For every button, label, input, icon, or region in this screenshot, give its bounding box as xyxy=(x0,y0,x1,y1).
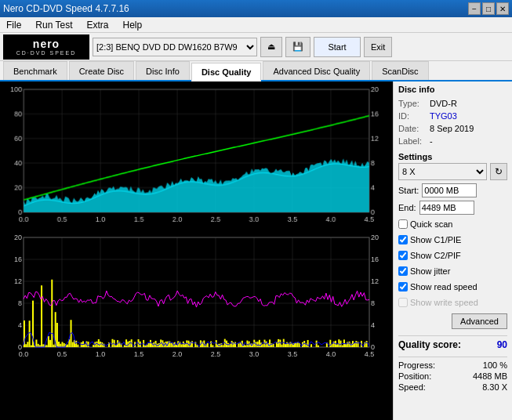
top-chart xyxy=(2,83,391,230)
show-c1pie-label: Show C1/PIE xyxy=(410,235,461,244)
tab-advanced-disc-quality[interactable]: Advanced Disc Quality xyxy=(263,61,370,80)
quality-score-label: Quality score: xyxy=(398,339,461,350)
tab-benchmark[interactable]: Benchmark xyxy=(3,61,67,80)
position-row: Position: 4488 MB xyxy=(398,371,507,381)
speed-selector[interactable]: 8 X 4 X 2 X 1 X xyxy=(398,163,487,180)
quick-scan-checkbox[interactable] xyxy=(398,219,408,229)
menu-help[interactable]: Help xyxy=(120,18,146,32)
save-button[interactable]: 💾 xyxy=(285,37,310,57)
minimize-button[interactable]: − xyxy=(468,2,481,15)
id-value: TYG03 xyxy=(430,111,457,121)
menu-bar: File Run Test Extra Help xyxy=(0,17,512,33)
type-label: Type: xyxy=(398,99,427,108)
tabs-bar: Benchmark Create Disc Disc Info Disc Qua… xyxy=(0,61,512,81)
menu-run-test[interactable]: Run Test xyxy=(32,18,75,32)
start-mb-row: Start: xyxy=(398,183,507,197)
chart-panel xyxy=(0,81,393,420)
speed-row-progress: Speed: 8.30 X xyxy=(398,382,507,392)
bottom-chart xyxy=(2,231,391,364)
close-button[interactable]: ✕ xyxy=(496,2,509,15)
progress-row: Progress: 100 % xyxy=(398,360,507,370)
progress-value: 100 % xyxy=(483,360,507,370)
show-jitter-label: Show jitter xyxy=(410,266,450,276)
speed-row: 8 X 4 X 2 X 1 X ↻ xyxy=(398,163,507,180)
progress-section: Progress: 100 % Position: 4488 MB Speed:… xyxy=(398,357,507,392)
tab-disc-info[interactable]: Disc Info xyxy=(136,61,190,80)
tab-disc-quality[interactable]: Disc Quality xyxy=(191,63,262,81)
settings-section: Settings 8 X 4 X 2 X 1 X ↻ xyxy=(398,152,507,180)
show-c2pif-label: Show C2/PIF xyxy=(410,251,461,260)
disc-info-title: Disc info xyxy=(398,85,507,94)
quality-score-row: Quality score: 90 xyxy=(398,335,507,350)
tab-create-disc[interactable]: Create Disc xyxy=(69,61,134,80)
advanced-button[interactable]: Advanced xyxy=(452,313,507,329)
app-logo: nero CD·DVD SPEED xyxy=(3,34,89,60)
position-value: 4488 MB xyxy=(473,371,507,381)
drive-selector[interactable]: [2:3] BENQ DVD DD DW1620 B7W9 xyxy=(93,38,257,56)
type-value: DVD-R xyxy=(430,99,457,108)
title-bar: Nero CD-DVD Speed 4.7.7.16 − □ ✕ xyxy=(0,0,512,17)
show-read-speed-label: Show read speed xyxy=(410,282,478,291)
show-c2pif-row: Show C2/PIF xyxy=(398,249,507,262)
quick-scan-label: Quick scan xyxy=(410,219,452,229)
app-title: Nero CD-DVD Speed 4.7.7.16 xyxy=(3,3,129,14)
end-input[interactable] xyxy=(419,201,474,215)
speed-label: Speed: xyxy=(398,382,426,392)
position-label: Position: xyxy=(398,371,431,381)
end-label: End: xyxy=(398,203,416,212)
quick-scan-row: Quick scan xyxy=(398,218,507,230)
show-jitter-checkbox[interactable] xyxy=(398,266,408,276)
settings-title: Settings xyxy=(398,152,507,161)
show-write-speed-checkbox[interactable] xyxy=(398,298,408,307)
menu-extra[interactable]: Extra xyxy=(83,18,111,32)
disc-type-row: Type: DVD-R xyxy=(398,99,507,108)
start-input[interactable] xyxy=(422,183,477,197)
toolbar: nero CD·DVD SPEED [2:3] BENQ DVD DD DW16… xyxy=(0,33,512,61)
eject-button[interactable]: ⏏ xyxy=(260,37,282,57)
date-value: 8 Sep 2019 xyxy=(430,124,474,133)
disc-id-row: ID: TYG03 xyxy=(398,111,507,121)
show-write-speed-row: Show write speed xyxy=(398,296,507,309)
show-c1pie-checkbox[interactable] xyxy=(398,235,408,244)
show-jitter-row: Show jitter xyxy=(398,265,507,277)
restore-button[interactable]: □ xyxy=(482,2,495,15)
window-controls: − □ ✕ xyxy=(468,2,509,15)
date-label: Date: xyxy=(398,124,427,133)
quality-score-value: 90 xyxy=(497,339,507,350)
progress-label: Progress: xyxy=(398,360,435,370)
menu-file[interactable]: File xyxy=(3,18,24,32)
show-c1pie-row: Show C1/PIE xyxy=(398,234,507,246)
start-button[interactable]: Start xyxy=(314,37,361,57)
start-label: Start: xyxy=(398,186,419,195)
label-label: Label: xyxy=(398,136,427,146)
disc-date-row: Date: 8 Sep 2019 xyxy=(398,124,507,133)
show-c2pif-checkbox[interactable] xyxy=(398,251,408,260)
disc-label-row: Label: - xyxy=(398,136,507,146)
exit-button[interactable]: Exit xyxy=(364,37,392,57)
logo-nero-text: nero xyxy=(33,38,60,50)
show-read-speed-checkbox[interactable] xyxy=(398,282,408,291)
info-panel: Disc info Type: DVD-R ID: TYG03 Date: 8 … xyxy=(393,81,512,420)
refresh-button[interactable]: ↻ xyxy=(490,163,507,180)
tab-scandisc[interactable]: ScanDisc xyxy=(372,61,428,80)
label-value: - xyxy=(430,136,433,146)
show-read-speed-row: Show read speed xyxy=(398,281,507,293)
logo-sub-text: CD·DVD SPEED xyxy=(16,50,77,56)
show-write-speed-label: Show write speed xyxy=(410,298,478,307)
speed-value: 8.30 X xyxy=(482,382,507,392)
id-label: ID: xyxy=(398,111,427,121)
main-content: Disc info Type: DVD-R ID: TYG03 Date: 8 … xyxy=(0,81,512,420)
end-mb-row: End: xyxy=(398,201,507,215)
